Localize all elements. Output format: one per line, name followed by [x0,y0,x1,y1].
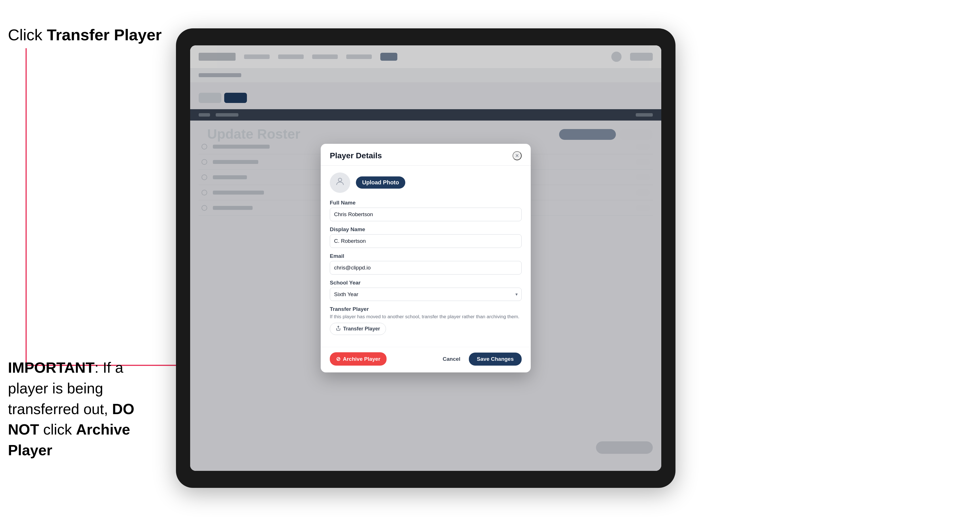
display-name-label: Display Name [330,226,522,233]
transfer-player-section: Transfer Player If this player has moved… [330,306,522,335]
avatar-row: Upload Photo [330,173,522,193]
modal-title: Player Details [330,151,382,160]
full-name-field: Full Name [330,200,522,221]
transfer-player-label: Transfer Player [343,326,380,332]
transfer-section-description: If this player has moved to another scho… [330,313,522,320]
instruction-bottom: IMPORTANT: If a player is being transfer… [8,357,167,460]
display-name-input[interactable] [330,234,522,248]
email-label: Email [330,253,522,259]
archive-icon: ⊘ [336,356,340,362]
modal-overlay: Player Details × [190,45,661,471]
arrow-vertical-line [25,48,27,366]
important-label: IMPORTANT [8,359,94,376]
cancel-button[interactable]: Cancel [438,353,465,365]
school-year-select-wrapper: Sixth Year First Year Second Year Third … [330,287,522,301]
full-name-input[interactable] [330,208,522,221]
instruction-highlight: Transfer Player [47,26,162,44]
upload-photo-button[interactable]: Upload Photo [356,176,405,189]
player-details-modal: Player Details × [321,144,531,373]
transfer-icon [336,325,341,332]
modal-close-button[interactable]: × [512,151,522,160]
full-name-label: Full Name [330,200,522,206]
email-input[interactable] [330,261,522,275]
user-icon [335,176,345,189]
archive-player-button[interactable]: ⊘ Archive Player [330,352,387,366]
school-year-select[interactable]: Sixth Year First Year Second Year Third … [330,287,522,301]
archive-player-label: Archive Player [343,356,380,362]
email-field: Email [330,253,522,275]
display-name-field: Display Name [330,226,522,248]
instruction-top: Click Transfer Player [8,25,162,44]
school-year-field: School Year Sixth Year First Year Second… [330,280,522,301]
modal-header: Player Details × [321,144,531,166]
school-year-label: School Year [330,280,522,286]
instruction-prefix: Click [8,26,47,44]
svg-point-0 [338,178,342,181]
modal-footer: ⊘ Archive Player Cancel Save Changes [321,347,531,372]
transfer-player-button[interactable]: Transfer Player [330,323,386,335]
avatar-circle [330,173,350,193]
tablet-screen: Update Roster [190,45,661,471]
tablet-device: Update Roster [176,29,676,488]
modal-body: Upload Photo Full Name Display Name [321,166,531,347]
save-changes-button[interactable]: Save Changes [469,352,522,366]
transfer-section-title: Transfer Player [330,306,522,312]
